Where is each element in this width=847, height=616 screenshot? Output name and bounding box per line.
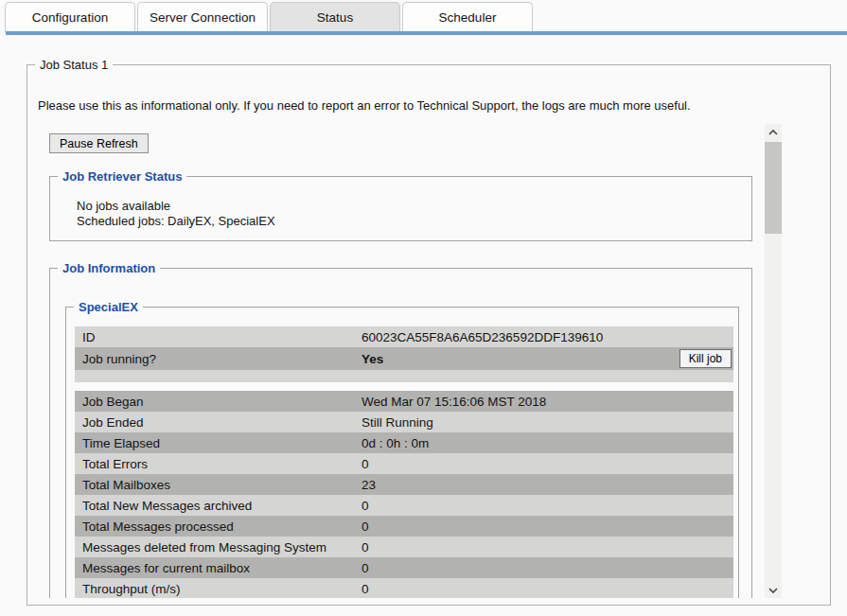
job-table-row-value: 0	[362, 540, 733, 554]
job-table-row: Job running?YesKill job	[75, 347, 733, 370]
job-information-groupbox: Job Information SpecialEX ID60023CA55F8A…	[49, 268, 752, 598]
job-table-row-label: Total Mailboxes	[75, 478, 362, 492]
retriever-status-line: Scheduled jobs: DailyEX, SpecialEX	[77, 214, 275, 229]
job-table-row-value: 0	[362, 457, 733, 471]
job-table-row: Messages deleted from Messaging System0	[75, 537, 733, 557]
job-retriever-status-groupbox: Job Retriever Status No jobs availableSc…	[49, 176, 752, 241]
chevron-up-icon	[768, 130, 778, 135]
job-table-row-label: ID	[75, 330, 362, 344]
job-detail-table: ID60023CA55F8A6A65D236592DDF139610Job ru…	[75, 326, 733, 598]
job-table-row-value: 0	[362, 519, 733, 534]
job-table-row-value: Wed Mar 07 15:16:06 MST 2018	[362, 395, 733, 409]
tab-label: Configuration	[32, 10, 108, 25]
job-table-row: Job BeganWed Mar 07 15:16:06 MST 2018	[75, 391, 733, 412]
tab-scheduler[interactable]: Scheduler	[402, 2, 533, 32]
job-table-row: Total Mailboxes23	[75, 474, 733, 495]
job-table-row-label: Total Errors	[75, 457, 362, 471]
scrollbar-thumb[interactable]	[765, 142, 782, 234]
job-table-row-value: Still Running	[362, 415, 733, 430]
job-table-row-label: Total Messages processed	[75, 519, 362, 534]
job-table-row: Total New Messages archived0	[75, 495, 733, 516]
retriever-status-lines: No jobs availableScheduled jobs: DailyEX…	[77, 199, 275, 229]
job-table-group-gap	[75, 382, 733, 391]
chevron-down-icon	[768, 588, 778, 593]
job-table-row-value: 0	[362, 582, 733, 596]
job-retriever-status-legend: Job Retriever Status	[58, 168, 186, 185]
job-table-row-label: Job running?	[75, 352, 362, 366]
vertical-scrollbar[interactable]	[765, 124, 782, 598]
job-table-row-label: Time Elapsed	[75, 436, 362, 450]
tab-label: Scheduler	[439, 10, 497, 25]
status-scroll-area: Pause Refresh Job Retriever Status No jo…	[38, 123, 763, 598]
job-table-row-label: Throughput (m/s)	[75, 582, 362, 596]
informational-text: Please use this as informational only. I…	[38, 98, 691, 113]
job-information-legend: Job Information	[58, 260, 160, 276]
job-table-spacer-row	[75, 370, 733, 382]
job-table-row: Job EndedStill Running	[75, 412, 733, 432]
job-table-row-value: 23	[362, 478, 733, 492]
scrollbar-down-button[interactable]	[765, 582, 782, 598]
job-table-row-label: Total New Messages archived	[75, 499, 362, 513]
job-table-row-label: Messages for current mailbox	[75, 561, 362, 575]
job-table-row: Throughput (m/s)0	[75, 578, 733, 598]
job-table-row: Time Elapsed0d : 0h : 0m	[75, 432, 733, 453]
job-table-row-label: Job Ended	[75, 415, 362, 430]
scrollbar-up-button[interactable]	[765, 124, 782, 140]
active-tab-underline	[6, 31, 847, 35]
specialex-groupbox: SpecialEX ID60023CA55F8A6A65D236592DDF13…	[65, 307, 739, 598]
kill-job-button[interactable]: Kill job	[679, 349, 732, 368]
job-table-row-value: Yes	[362, 352, 679, 366]
specialex-legend: SpecialEX	[74, 299, 143, 315]
job-table-row-label: Job Began	[75, 395, 362, 409]
job-table-row-value: 0	[362, 561, 733, 575]
job-table-row: Total Errors0	[75, 453, 733, 474]
tab-status[interactable]: Status	[270, 2, 400, 32]
job-table-row: ID60023CA55F8A6A65D236592DDF139610	[75, 326, 733, 347]
job-table-row-value: 0	[362, 499, 733, 513]
job-table-row-value: 60023CA55F8A6A65D236592DDF139610	[362, 330, 733, 344]
job-status-legend: Job Status 1	[35, 57, 113, 73]
tab-server-connection[interactable]: Server Connection	[137, 2, 268, 32]
job-table-row: Total Messages processed0	[75, 516, 733, 537]
job-table-row: Messages for current mailbox0	[75, 557, 733, 578]
tab-label: Status	[317, 10, 353, 25]
pause-refresh-button[interactable]: Pause Refresh	[49, 133, 149, 153]
tab-label: Server Connection	[150, 10, 256, 25]
job-table-row-label: Messages deleted from Messaging System	[75, 540, 362, 554]
tab-configuration[interactable]: Configuration	[5, 2, 135, 32]
retriever-status-line: No jobs available	[77, 199, 275, 214]
job-table-row-value: 0d : 0h : 0m	[362, 436, 733, 450]
